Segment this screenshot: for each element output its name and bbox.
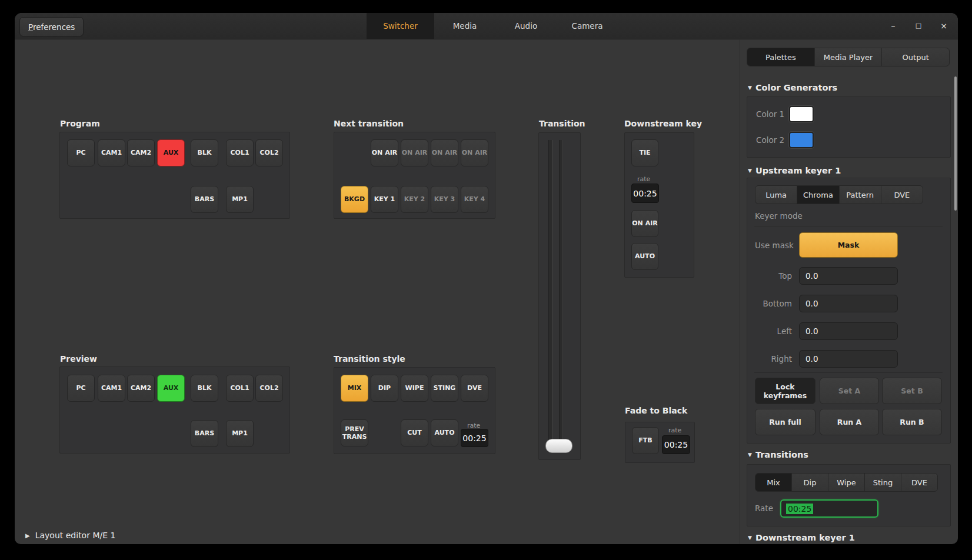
ftb-rate-value[interactable]: 00:25 [662,435,690,454]
tab-luma[interactable]: Luma [755,186,797,204]
tab-output[interactable]: Output [882,48,949,66]
tab-dve[interactable]: DVE [881,186,923,204]
program-cam2-button[interactable]: CAM2 [127,139,155,166]
slider-groove-left [548,140,552,452]
color2-label: Color 2 [756,135,784,145]
ftb-button[interactable]: FTB [632,427,659,454]
color-generators-header[interactable]: ▼ Color Generators [748,83,837,92]
next-transition-title: Next transition [334,119,404,128]
mask-toggle-button[interactable]: Mask [799,232,898,258]
rate-input[interactable]: 00:25 [780,499,878,518]
prev-trans-button[interactable]: PREV TRANS [341,419,368,446]
panel-scrollbar[interactable] [954,76,957,211]
auto-button[interactable]: AUTO [431,419,458,446]
dip-button[interactable]: DIP [371,375,398,402]
tab-mix[interactable]: Mix [755,474,792,491]
mask-right-field[interactable]: 0.0 [799,350,898,368]
layout-editor-label: Layout editor M/E 1 [35,531,116,540]
set-b-button[interactable]: Set B [882,378,942,404]
transitions-panel: Mix Dip Wipe Sting DVE Rate 00:25 [747,464,951,526]
panel-tabs: Palettes Media Player Output [747,48,950,66]
preferences-button[interactable]: Preferences [19,17,84,36]
color2-swatch[interactable] [789,132,814,148]
program-col2-button[interactable]: COL2 [255,139,283,166]
dsk-onair-button[interactable]: ON AIR [631,210,658,237]
switcher-window: Preferences Switcher Media Audio Camera … [15,13,958,544]
tab-dip[interactable]: Dip [792,474,828,491]
transition-tbar-handle[interactable] [545,439,572,453]
color1-swatch[interactable] [789,106,814,122]
preview-col1-button[interactable]: COL1 [226,375,254,402]
cut-button[interactable]: CUT [401,419,428,446]
mix-button-active[interactable]: MIX [341,375,368,402]
downstream-keyer-title: Downstream keyer 1 [755,533,855,542]
key2-button[interactable]: KEY 2 [401,186,428,213]
fade-to-black-panel: FTB rate 00:25 [625,422,695,463]
onair-key3-button[interactable]: ON AIR [431,139,458,166]
program-cam1-button[interactable]: CAM1 [98,139,125,166]
program-pc-button[interactable]: PC [67,139,95,166]
tab-switcher[interactable]: Switcher [367,13,434,39]
transitions-title: Transitions [755,450,808,459]
program-bars-button[interactable]: BARS [191,186,218,213]
tab-wipe[interactable]: Wipe [828,474,865,491]
run-b-button[interactable]: Run B [882,409,942,435]
mask-left-field[interactable]: 0.0 [799,322,898,340]
onair-key4-button[interactable]: ON AIR [461,139,488,166]
mask-bottom-field[interactable]: 0.0 [799,295,898,312]
close-icon[interactable]: × [939,21,948,31]
upstream-keyer-panel: Luma Chroma Pattern DVE Keyer mode Use m… [747,178,951,444]
rate-label: Rate [755,504,773,513]
preview-cam1-button[interactable]: CAM1 [98,375,125,402]
downstream-keyer-header[interactable]: ▼ Downstream keyer 1 [748,533,855,542]
tab-camera[interactable]: Camera [557,13,618,39]
tab-chroma[interactable]: Chroma [797,186,839,204]
dve-button[interactable]: DVE [461,375,488,402]
preview-bars-button[interactable]: BARS [191,420,218,447]
program-blk-button[interactable]: BLK [191,139,218,166]
program-aux-button-active[interactable]: AUX [157,139,185,166]
fade-to-black-title: Fade to Black [625,406,687,415]
transition-slider-panel [538,132,581,460]
sting-button[interactable]: STING [431,375,458,402]
tab-media-player[interactable]: Media Player [815,48,883,66]
preview-pc-button[interactable]: PC [67,375,95,402]
set-a-button[interactable]: Set A [820,378,879,404]
mask-bottom-label: Bottom [747,299,792,308]
tab-dve2[interactable]: DVE [901,474,937,491]
dsk-rate-value[interactable]: 00:25 [631,184,659,203]
tab-pattern[interactable]: Pattern [840,186,881,204]
bkgd-button-active[interactable]: BKGD [341,186,368,213]
key4-button[interactable]: KEY 4 [461,186,488,213]
ftb-rate-label: rate [668,426,681,434]
minimize-icon[interactable]: – [888,21,898,31]
run-full-button[interactable]: Run full [755,409,815,435]
mask-top-field[interactable]: 0.0 [799,267,898,285]
preview-blk-button[interactable]: BLK [191,375,218,402]
preview-aux-button-active[interactable]: AUX [157,375,185,402]
program-col1-button[interactable]: COL1 [226,139,254,166]
onair-key2-button[interactable]: ON AIR [401,139,428,166]
tab-sting[interactable]: Sting [865,474,901,491]
dsk-tie-button[interactable]: TIE [631,139,658,166]
color-generators-panel: Color 1 Color 2 [747,96,951,158]
tab-palettes[interactable]: Palettes [747,48,815,66]
lock-keyframes-button[interactable]: Lock keyframes [755,378,815,404]
key3-button[interactable]: KEY 3 [431,186,458,213]
maximize-icon[interactable]: □ [914,21,923,31]
transitions-header[interactable]: ▼ Transitions [748,450,808,459]
onair-key1-button[interactable]: ON AIR [371,139,398,166]
wipe-button[interactable]: WIPE [401,375,428,402]
style-rate-value[interactable]: 00:25 [461,429,488,447]
preview-col2-button[interactable]: COL2 [255,375,283,402]
preview-cam2-button[interactable]: CAM2 [127,375,155,402]
upstream-keyer-header[interactable]: ▼ Upstream keyer 1 [748,166,841,175]
preview-mp1-button[interactable]: MP1 [226,420,254,447]
program-mp1-button[interactable]: MP1 [226,186,254,213]
run-a-button[interactable]: Run A [820,409,879,435]
dsk-auto-button[interactable]: AUTO [631,243,658,270]
layout-editor-toggle[interactable]: ▶ Layout editor M/E 1 [25,531,115,540]
tab-media[interactable]: Media [434,13,495,39]
key1-button[interactable]: KEY 1 [371,186,398,213]
tab-audio[interactable]: Audio [495,13,557,39]
